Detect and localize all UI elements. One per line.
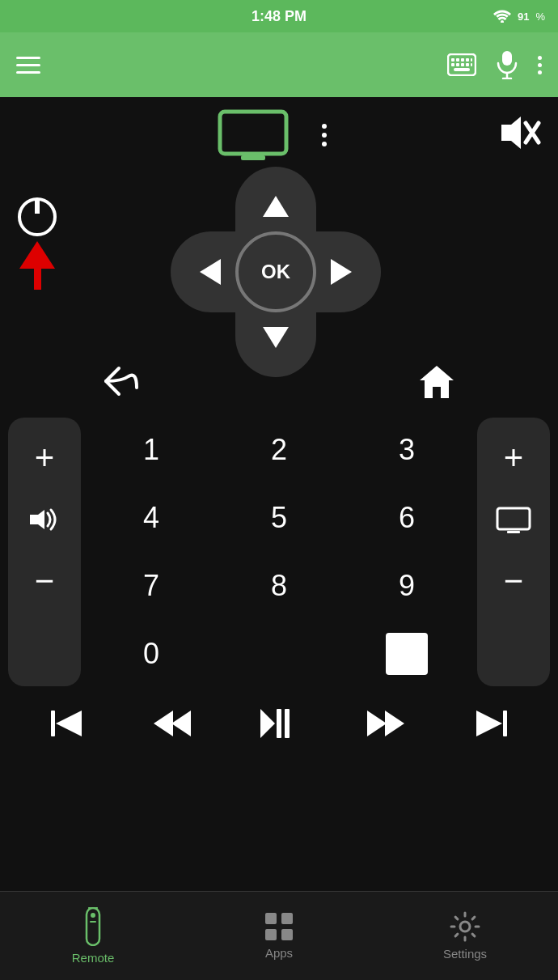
svg-marker-22 — [263, 196, 289, 217]
num-0-button[interactable]: 0 — [89, 622, 213, 686]
more-options-button[interactable] — [538, 56, 542, 74]
svg-rect-47 — [265, 913, 277, 924]
num-6-button[interactable]: 6 — [345, 486, 469, 550]
remote-content: OK — [0, 97, 558, 891]
channel-up-button[interactable]: + — [485, 426, 542, 490]
svg-rect-49 — [265, 929, 277, 940]
red-arrow — [19, 241, 55, 290]
header-toolbar — [0, 32, 558, 97]
dot-3 — [322, 142, 327, 146]
dpad-left-button[interactable] — [179, 240, 243, 304]
svg-rect-50 — [281, 929, 293, 940]
home-button[interactable] — [408, 353, 465, 409]
svg-rect-33 — [51, 711, 55, 736]
svg-rect-21 — [229, 154, 277, 155]
volume-icon — [16, 495, 73, 544]
svg-rect-9 — [461, 63, 464, 66]
svg-marker-40 — [367, 711, 387, 736]
num-3-button[interactable]: 3 — [345, 418, 469, 482]
svg-rect-19 — [220, 112, 286, 154]
volume-up-button[interactable]: + — [16, 426, 73, 490]
back-button[interactable] — [93, 353, 150, 409]
fast-forward-button[interactable] — [366, 707, 406, 740]
svg-marker-36 — [171, 711, 191, 736]
svg-rect-38 — [277, 709, 281, 738]
volume-speaker-icon — [27, 505, 62, 534]
dpad-down-button[interactable] — [243, 304, 308, 369]
svg-marker-34 — [56, 711, 82, 736]
num-8-button[interactable]: 8 — [217, 554, 341, 618]
wifi-icon — [493, 10, 511, 23]
nav-settings[interactable]: Settings — [372, 892, 558, 980]
menu-line-2 — [16, 64, 40, 66]
battery-icon: 91 — [518, 11, 529, 23]
microphone-icon[interactable] — [496, 50, 518, 79]
svg-rect-31 — [497, 508, 530, 529]
svg-marker-41 — [385, 711, 404, 736]
dot-1 — [322, 124, 327, 129]
number-pad: 1 2 3 4 5 6 7 8 9 0 — [89, 418, 469, 686]
stop-button[interactable] — [345, 622, 469, 686]
svg-rect-13 — [502, 51, 512, 66]
svg-rect-6 — [471, 58, 472, 62]
svg-marker-24 — [200, 259, 221, 285]
nav-remote[interactable]: Remote — [0, 892, 186, 980]
more-dot-2 — [538, 63, 542, 67]
remote-nav-icon — [81, 907, 105, 946]
rewind-button[interactable] — [152, 707, 192, 740]
svg-rect-7 — [451, 63, 454, 66]
svg-point-45 — [91, 913, 95, 918]
skip-back-button[interactable] — [49, 707, 85, 740]
channel-tv-icon — [496, 505, 531, 534]
battery-symbol: % — [535, 11, 545, 23]
power-icon — [16, 196, 58, 238]
tv-input-button[interactable] — [217, 108, 290, 162]
numpad-section: + − 1 2 3 4 5 6 7 8 9 0 — [0, 409, 558, 694]
dpad-right-button[interactable] — [308, 240, 373, 304]
menu-line-1 — [16, 57, 40, 59]
nav-apps[interactable]: Apps — [186, 892, 372, 980]
status-time: 1:48 PM — [252, 8, 306, 25]
volume-down-button[interactable]: − — [16, 549, 73, 613]
top-controls-row: OK — [0, 97, 558, 377]
svg-rect-39 — [285, 709, 290, 738]
svg-marker-23 — [263, 327, 289, 348]
svg-point-51 — [460, 922, 470, 931]
skip-forward-button[interactable] — [473, 707, 509, 740]
channel-down-button[interactable]: − — [485, 549, 542, 613]
power-button[interactable] — [16, 196, 58, 290]
svg-rect-32 — [507, 531, 520, 533]
dpad-up-button[interactable] — [243, 175, 308, 240]
play-pause-button[interactable] — [259, 706, 299, 741]
ok-button[interactable]: OK — [235, 231, 316, 312]
num-9-button[interactable]: 9 — [345, 554, 469, 618]
svg-marker-43 — [476, 711, 502, 736]
num-7-button[interactable]: 7 — [89, 554, 213, 618]
svg-rect-20 — [241, 155, 265, 160]
center-controls: OK — [171, 108, 381, 377]
volume-control: + − — [8, 418, 81, 686]
mute-button[interactable] — [493, 108, 542, 160]
num-1-button[interactable]: 1 — [89, 418, 213, 482]
keyboard-icon[interactable] — [447, 53, 476, 76]
nav-remote-label: Remote — [72, 951, 115, 965]
num-5-button[interactable]: 5 — [217, 486, 341, 550]
channel-icon — [485, 495, 542, 544]
bottom-navigation: Remote Apps Settings — [0, 891, 558, 980]
svg-marker-35 — [154, 711, 173, 736]
svg-rect-11 — [471, 63, 472, 66]
svg-rect-12 — [454, 68, 470, 71]
media-controls — [0, 694, 558, 753]
options-button[interactable] — [314, 116, 335, 155]
menu-button[interactable] — [16, 57, 40, 74]
svg-marker-26 — [501, 117, 521, 149]
num-4-button[interactable]: 4 — [89, 486, 213, 550]
back-icon — [101, 365, 142, 397]
channel-control: + − — [477, 418, 550, 686]
mute-icon — [493, 108, 542, 157]
tv-dots-row — [217, 108, 335, 162]
svg-marker-30 — [30, 510, 44, 529]
status-bar: 1:48 PM 91 % — [0, 0, 558, 32]
svg-marker-25 — [331, 259, 352, 285]
num-2-button[interactable]: 2 — [217, 418, 341, 482]
